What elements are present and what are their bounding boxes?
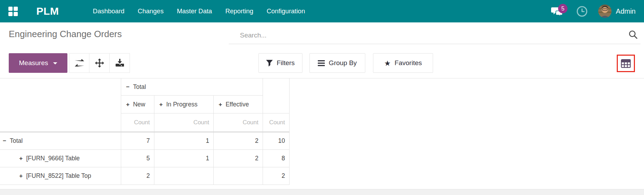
expand-icon[interactable]: + [219, 101, 222, 108]
control-panel: Engineering Change Orders Measures [0, 22, 644, 78]
page-title: Engineering Change Orders [9, 29, 122, 40]
collapse-icon[interactable]: − [3, 138, 6, 144]
pivot-view-switcher-highlighted[interactable] [617, 55, 635, 72]
pivot-cell: 1 [154, 150, 214, 167]
menu-item-reporting[interactable]: Reporting [219, 0, 260, 22]
measure-header[interactable]: Count [263, 113, 290, 132]
clock-icon [576, 6, 588, 17]
search-input[interactable] [229, 32, 628, 39]
pivot-cell: 2 [263, 167, 290, 185]
expand-icon[interactable]: + [19, 173, 23, 179]
menu-item-dashboard[interactable]: Dashboard [86, 0, 131, 22]
pivot-col-header-new[interactable]: +New [121, 96, 154, 113]
bottom-strip [0, 189, 644, 195]
favorites-button[interactable]: ★ Favorites [373, 53, 433, 73]
pivot-cell: 10 [263, 132, 290, 150]
download-xlsx-button[interactable] [110, 53, 130, 73]
group-by-label: Group By [329, 59, 357, 67]
pivot-cell: 7 [121, 132, 154, 150]
filters-label: Filters [277, 59, 295, 67]
expand-all-button[interactable] [89, 53, 110, 73]
pivot-grid-icon [621, 59, 631, 68]
user-menu[interactable]: Admin [598, 5, 636, 18]
pivot-cell [154, 167, 214, 185]
pivot-cell: 2 [121, 167, 154, 185]
pivot-cell: 8 [263, 150, 290, 167]
activities-button[interactable] [576, 6, 588, 17]
expand-icon[interactable]: + [126, 101, 130, 108]
app-brand[interactable]: PLM [36, 5, 59, 17]
flip-axis-button[interactable] [69, 53, 89, 73]
pivot-cell: 2 [214, 150, 263, 167]
favorites-label: Favorites [395, 59, 422, 67]
measures-button[interactable]: Measures [9, 53, 67, 73]
pivot-col-group-header[interactable]: −Total [121, 78, 263, 96]
pivot-cell: 5 [121, 150, 154, 167]
row-header-furn-9666[interactable]: +[FURN_9666] Table [0, 150, 121, 167]
main-menu: Dashboard Changes Master Data Reporting … [86, 0, 312, 22]
row-header-total[interactable]: −Total [0, 132, 121, 150]
menu-item-configuration[interactable]: Configuration [260, 0, 312, 22]
search-button[interactable] [628, 30, 641, 41]
top-navbar: PLM Dashboard Changes Master Data Report… [0, 0, 644, 22]
avatar [598, 5, 612, 18]
menu-item-changes[interactable]: Changes [131, 0, 170, 22]
collapse-icon[interactable]: − [126, 84, 130, 90]
messages-button[interactable]: 5 [551, 4, 571, 19]
exchange-icon [75, 59, 84, 67]
apps-grid-icon[interactable] [8, 7, 18, 16]
pivot-cell [214, 167, 263, 185]
pivot-row-furn-9666: +[FURN_9666] Table 5 1 2 8 [0, 150, 290, 167]
group-by-button[interactable]: Group By [309, 53, 365, 73]
download-icon [116, 59, 124, 67]
expand-icon[interactable]: + [19, 155, 23, 162]
pivot-table: −Total +New +In Progress +Effective Coun… [0, 78, 290, 185]
filters-button[interactable]: Filters [258, 53, 302, 73]
pivot-corner-cell [0, 78, 121, 132]
pivot-toolbar [69, 53, 130, 73]
pivot-total-col-header [263, 78, 290, 113]
pivot-col-header-effective[interactable]: +Effective [214, 96, 263, 113]
messages-count-badge: 5 [558, 4, 568, 13]
arrows-move-icon [95, 58, 104, 68]
pivot-col-header-in-progress[interactable]: +In Progress [154, 96, 214, 113]
group-by-list-icon [318, 60, 325, 66]
search-icon [628, 30, 638, 39]
expand-icon[interactable]: + [159, 101, 163, 108]
filter-funnel-icon [266, 60, 273, 67]
pivot-cell: 1 [154, 132, 214, 150]
pivot-view: −Total +New +In Progress +Effective Coun… [0, 78, 644, 195]
row-header-furn-8522[interactable]: +[FURN_8522] Table Top [0, 167, 121, 185]
pivot-row-total: −Total 7 1 2 10 [0, 132, 290, 150]
pivot-cell: 2 [214, 132, 263, 150]
measure-header[interactable]: Count [154, 113, 214, 132]
chevron-down-icon [53, 62, 57, 64]
search-bar [229, 27, 641, 44]
user-name: Admin [616, 7, 636, 15]
pivot-row-furn-8522: +[FURN_8522] Table Top 2 2 [0, 167, 290, 185]
measures-label: Measures [19, 59, 48, 67]
navbar-right: 5 Admin [551, 0, 636, 22]
measure-header[interactable]: Count [214, 113, 263, 132]
menu-item-master-data[interactable]: Master Data [170, 0, 219, 22]
measure-header[interactable]: Count [121, 113, 154, 132]
star-icon: ★ [384, 60, 391, 67]
